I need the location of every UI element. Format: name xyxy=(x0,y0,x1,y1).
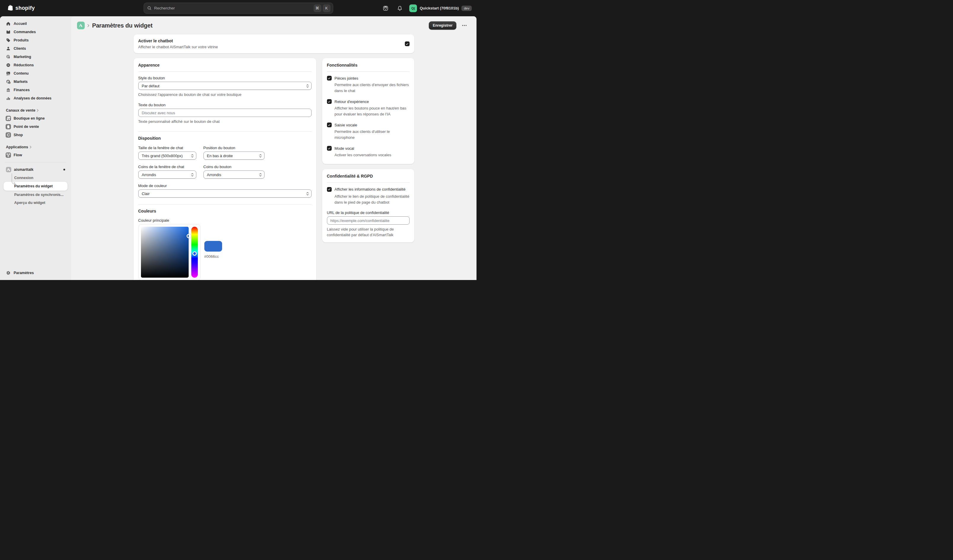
sidebar-item-produits[interactable]: Produits xyxy=(3,36,68,44)
bar-chart-icon xyxy=(6,96,11,101)
feature-description: Afficher les boutons pouce en haut/en ba… xyxy=(335,105,410,117)
sidebar-item-boutique-en-ligne[interactable]: Boutique en ligne xyxy=(3,114,68,122)
account-menu[interactable]: Q( Quickstart (70f8101b) dev xyxy=(409,5,472,12)
appearance-title: Apparence xyxy=(138,63,312,68)
sales-channels-header[interactable]: Canaux de vente xyxy=(3,107,68,114)
sidebar-item-label: Paramètres du widget xyxy=(14,184,53,188)
select-stepper-icon xyxy=(259,154,262,158)
orders-icon xyxy=(6,29,11,34)
target-icon xyxy=(6,54,11,59)
enable-chatbot-description: Afficher le chatbot AISmartTalk sur votr… xyxy=(138,45,218,49)
select-stepper-icon xyxy=(259,173,262,177)
app-frame: Accueil Commandes Produits Clients Marke… xyxy=(0,16,476,280)
shopify-bag-icon xyxy=(7,5,14,12)
button-position-value: En bas à droite xyxy=(207,154,233,158)
account-name: Quickstart (70f8101b) xyxy=(420,6,459,10)
app-nav-block: aismarttalk Connexion Paramètres du widg… xyxy=(3,166,68,207)
home-icon xyxy=(6,21,11,26)
hue-handle[interactable] xyxy=(192,251,197,256)
dev-badge: dev xyxy=(461,6,472,11)
tag-icon xyxy=(6,38,11,43)
content-icon xyxy=(6,71,11,76)
sidebar-item-label: Shop xyxy=(14,133,23,137)
window-size-value: Très grand (500x800px) xyxy=(142,154,183,158)
voice-input-checkbox[interactable] xyxy=(327,122,332,127)
saturation-area[interactable] xyxy=(141,227,189,278)
divider xyxy=(138,131,312,132)
privacy-card: Confidentialité & RGPD Afficher les info… xyxy=(322,169,414,243)
notification-dot xyxy=(64,169,65,170)
sidebar-item-apercu-du-widget[interactable]: Aperçu du widget xyxy=(3,199,68,207)
shopify-wordmark: shopify xyxy=(16,5,35,11)
privacy-url-label: URL de la politique de confidentialité xyxy=(327,210,410,215)
more-actions-icon[interactable] xyxy=(462,23,467,28)
aismarttalk-breadcrumb-icon[interactable] xyxy=(77,22,85,29)
button-style-select[interactable]: Par défaut xyxy=(138,82,312,90)
primary-color-label: Couleur principale xyxy=(138,218,312,223)
top-bar-actions: Q( Quickstart (70f8101b) dev xyxy=(381,0,472,16)
voice-mode-checkbox[interactable] xyxy=(327,146,332,151)
button-corners-value: Arrondis xyxy=(207,173,221,177)
shopify-logo: shopify xyxy=(0,5,35,12)
sidebar-item-label: Paramètres de synchronis... xyxy=(14,193,64,197)
divider xyxy=(138,71,312,72)
privacy-checkbox-description: Afficher le lien de politique de confide… xyxy=(335,193,410,205)
color-mode-select[interactable]: Clair xyxy=(138,189,312,198)
save-button[interactable]: Enregistrer xyxy=(429,21,456,29)
sidebar-item-commandes[interactable]: Commandes xyxy=(3,28,68,36)
sidebar-item-label: Commandes xyxy=(14,30,36,34)
hue-slider[interactable] xyxy=(191,227,198,278)
button-text-input[interactable] xyxy=(138,108,312,117)
sidebar-item-finances[interactable]: Finances xyxy=(3,86,68,94)
sidebar-item-label: Markets xyxy=(14,80,28,84)
sidebar-item-contenu[interactable]: Contenu xyxy=(3,69,68,77)
sidebar-item-label: Clients xyxy=(14,46,26,51)
applications-header[interactable]: Applications xyxy=(3,143,68,151)
privacy-checkbox-label: Afficher les informations de confidentia… xyxy=(335,187,406,192)
sidebar-item-connexion[interactable]: Connexion xyxy=(3,174,68,182)
sidebar-item-clients[interactable]: Clients xyxy=(3,44,68,53)
sidebar-item-parametres-du-widget[interactable]: Paramètres du widget xyxy=(3,182,68,190)
feature-description: Activer les conversations vocales xyxy=(335,152,410,158)
button-position-label: Position du bouton xyxy=(203,145,264,150)
sidebar-item-aismarttalk[interactable]: aismarttalk xyxy=(3,166,68,174)
features-title: Fonctionnalités xyxy=(327,63,410,68)
chevron-right-icon xyxy=(87,24,89,27)
sidebar-item-marketing[interactable]: Marketing xyxy=(3,53,68,61)
sidekick-button[interactable] xyxy=(381,3,390,13)
feature-label: Mode vocal xyxy=(335,146,354,151)
sidebar-item-point-de-vente[interactable]: Point de vente xyxy=(3,122,68,131)
window-corners-label: Coins de la fenêtre de chat xyxy=(138,165,196,169)
feature-label: Retour d'expérience xyxy=(335,99,369,104)
saturation-handle[interactable] xyxy=(186,234,191,238)
button-text-help: Texte personnalisé affiché sur le bouton… xyxy=(138,119,312,124)
sidebar-item-shop[interactable]: Shop xyxy=(3,131,68,139)
feedback-checkbox[interactable] xyxy=(327,99,332,104)
sidebar-item-accueil[interactable]: Accueil xyxy=(3,20,68,28)
feature-item: Saisie vocale Permettre aux clients d'ut… xyxy=(327,122,410,140)
sidebar-item-reductions[interactable]: Réductions xyxy=(3,61,68,69)
privacy-url-help: Laissez vide pour utiliser la politique … xyxy=(327,227,410,237)
notifications-button[interactable] xyxy=(395,3,405,13)
window-size-select[interactable]: Très grand (500x800px) xyxy=(138,152,196,160)
globe-dollar-icon: $ xyxy=(6,79,11,84)
sidebar-item-parametres-de-synchronisation[interactable]: Paramètres de synchronis... xyxy=(3,190,68,199)
privacy-info-checkbox[interactable] xyxy=(327,187,332,192)
global-search-input[interactable]: Rechercher ⌘ K xyxy=(144,3,333,14)
flow-icon xyxy=(6,152,11,158)
privacy-url-input[interactable] xyxy=(327,217,410,225)
button-corners-select[interactable]: Arrondis xyxy=(203,170,264,179)
sidebar-item-analyses[interactable]: Analyses de données xyxy=(3,94,68,102)
sidebar-item-parametres[interactable]: Paramètres xyxy=(3,269,68,277)
sidebar-item-flow[interactable]: Flow xyxy=(3,151,68,159)
button-position-select[interactable]: En bas à droite xyxy=(203,152,264,160)
chevron-right-icon xyxy=(29,145,32,149)
sidebar-item-markets[interactable]: $ Markets xyxy=(3,77,68,86)
select-stepper-icon xyxy=(306,192,309,196)
enable-chatbot-checkbox[interactable] xyxy=(405,42,410,46)
select-stepper-icon xyxy=(306,84,309,88)
k-keycap: K xyxy=(323,5,331,12)
window-corners-select[interactable]: Arrondis xyxy=(138,170,196,179)
attachments-checkbox[interactable] xyxy=(327,76,332,80)
window-size-label: Taille de la fenêtre de chat xyxy=(138,145,196,150)
